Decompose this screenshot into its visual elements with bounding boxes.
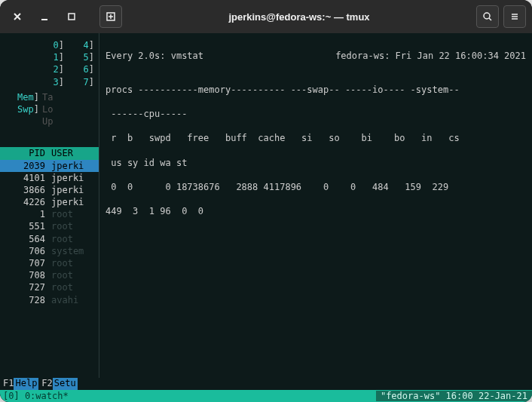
process-row[interactable]: 564root bbox=[0, 233, 99, 245]
process-row[interactable]: 708root bbox=[0, 269, 99, 281]
vmstat-line: 0 0 0 18738676 2888 4117896 0 0 484 159 … bbox=[105, 181, 526, 193]
col-pid: PID bbox=[0, 147, 48, 159]
search-button[interactable] bbox=[476, 5, 499, 28]
process-row[interactable]: 706system bbox=[0, 245, 99, 257]
htop-pane[interactable]: 0]4]1]5]2]6]3]7] Mem]TaSwp]LoUp PID USER… bbox=[0, 33, 99, 378]
vmstat-cmd: Every 2.0s: vmstat bbox=[105, 50, 203, 62]
vmstat-line: procs -----------memory---------- ---swa… bbox=[105, 84, 526, 96]
mem-row: Swp]Lo bbox=[0, 103, 99, 115]
process-row[interactable]: 4101jperki bbox=[0, 172, 99, 184]
vmstat-line: 449 3 1 96 0 0 bbox=[105, 205, 526, 217]
svg-point-2 bbox=[484, 13, 490, 19]
process-row[interactable]: 728avahi bbox=[0, 294, 99, 306]
cpu-row: 0]4] bbox=[0, 39, 99, 51]
vmstat-pane[interactable]: Every 2.0s: vmstatfedora-ws: Fri Jan 22 … bbox=[99, 33, 532, 378]
fn-label[interactable]: Help bbox=[14, 378, 38, 390]
maximize-icon[interactable] bbox=[60, 5, 83, 28]
process-row[interactable]: 707root bbox=[0, 257, 99, 269]
minimize-icon[interactable] bbox=[33, 5, 56, 28]
process-row[interactable]: 2039jperki bbox=[0, 160, 99, 172]
process-row[interactable]: 551root bbox=[0, 220, 99, 232]
col-user: USER bbox=[48, 147, 99, 159]
process-row[interactable]: 3866jperki bbox=[0, 184, 99, 196]
tmux-status-left: [0] 0:watch* bbox=[0, 391, 69, 401]
process-row[interactable]: 4226jperki bbox=[0, 196, 99, 208]
terminal-window: jperkins@fedora-ws:~ — tmux 0]4]1]5]2]6]… bbox=[0, 0, 532, 402]
fn-key: F1 bbox=[0, 378, 14, 390]
vmstat-line: ------cpu----- bbox=[105, 108, 526, 120]
new-tab-button[interactable] bbox=[99, 5, 122, 28]
cpu-row: 1]5] bbox=[0, 51, 99, 63]
cpu-row: 3]7] bbox=[0, 76, 99, 88]
svg-rect-0 bbox=[69, 14, 75, 20]
close-icon[interactable] bbox=[6, 5, 29, 28]
vmstat-line: r b swpd free buff cache si so bi bo in … bbox=[105, 132, 526, 144]
titlebar[interactable]: jperkins@fedora-ws:~ — tmux bbox=[0, 0, 532, 33]
process-row[interactable]: 727root bbox=[0, 281, 99, 293]
vmstat-line: us sy id wa st bbox=[105, 157, 526, 169]
fn-label[interactable]: Setu bbox=[53, 378, 78, 390]
mem-row: Mem]Ta bbox=[0, 91, 99, 103]
vmstat-host: fedora-ws: Fri Jan 22 16:00:34 2021 bbox=[335, 50, 526, 62]
process-row[interactable]: 1root bbox=[0, 208, 99, 220]
menu-button[interactable] bbox=[503, 5, 526, 28]
htop-fn-bar: F1HelpF2Setu bbox=[0, 378, 532, 390]
process-list[interactable]: PID USER 2039jperki4101jperki3866jperki4… bbox=[0, 147, 99, 305]
terminal-body[interactable]: 0]4]1]5]2]6]3]7] Mem]TaSwp]LoUp PID USER… bbox=[0, 33, 532, 402]
cpu-row: 2]6] bbox=[0, 63, 99, 75]
mem-meters: Mem]TaSwp]LoUp bbox=[0, 91, 99, 128]
fn-key: F2 bbox=[38, 378, 52, 390]
tmux-status-right: "fedora-ws" 16:00 22-Jan-21 bbox=[376, 391, 532, 401]
window-title: jperkins@fedora-ws:~ — tmux bbox=[122, 11, 476, 23]
process-header: PID USER bbox=[0, 147, 99, 159]
cpu-meters: 0]4]1]5]2]6]3]7] bbox=[0, 33, 99, 91]
tmux-status-bar[interactable]: [0] 0:watch* "fedora-ws" 16:00 22-Jan-21 bbox=[0, 390, 532, 402]
mem-row: Up bbox=[0, 115, 99, 127]
